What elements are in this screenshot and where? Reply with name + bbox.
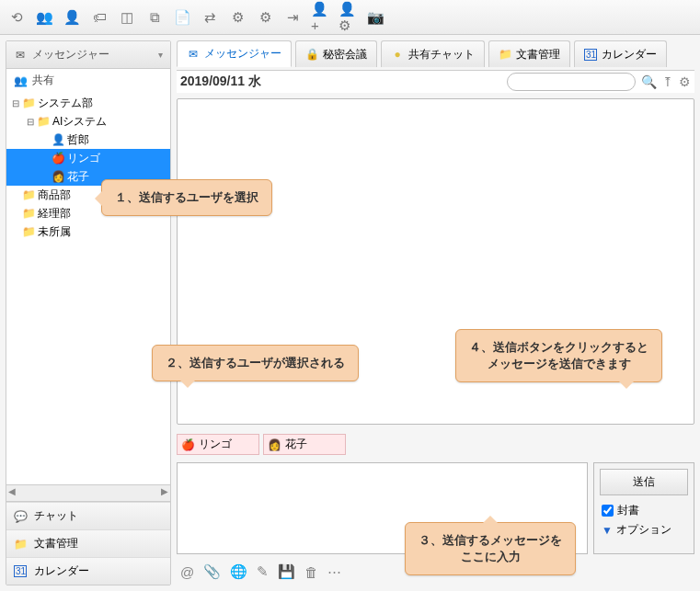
share-label: 共有 (32, 73, 54, 88)
attach-icon[interactable]: 📎 (203, 563, 221, 580)
gear-icon[interactable]: ⚙ (228, 8, 247, 27)
lock-icon: 🔒 (305, 48, 318, 61)
search-input[interactable] (507, 73, 636, 91)
main-tabs: ✉メッセンジャー 🔒秘密会議 ●共有チャット 📁文書管理 31カレンダー (177, 40, 694, 67)
share-header[interactable]: 👥 共有 (6, 69, 170, 92)
chat-icon: 💬 (14, 510, 27, 523)
edit-icon[interactable]: ✎ (257, 563, 269, 580)
send-panel: 送信 封書 ▼ オプション (593, 462, 694, 554)
sealed-checkbox[interactable]: 封書 (594, 501, 694, 520)
add-user-icon[interactable]: 👤 (63, 8, 81, 27)
recipient-bar: 🍎リンゴ👩花子 (177, 434, 694, 455)
tree-item[interactable]: ⊟📁システム部 (6, 94, 170, 112)
mail-icon: ✉ (14, 49, 27, 62)
sync-icon[interactable]: ⇄ (201, 8, 219, 27)
more-icon[interactable]: ⋯ (327, 563, 341, 580)
chat-icon: ● (391, 48, 404, 61)
note-icon[interactable]: 📄 (173, 8, 191, 27)
options-toggle[interactable]: ▼ オプション (594, 520, 694, 540)
calendar-icon: 31 (14, 565, 27, 577)
gear2-icon[interactable]: ⚙ (256, 8, 274, 27)
search-icon[interactable]: 🔍 (641, 74, 657, 89)
tree-item[interactable]: 🍎リンゴ (6, 149, 170, 167)
tab-shared[interactable]: ●共有チャット (381, 40, 485, 67)
folder-icon: 📁 (499, 48, 511, 61)
mention-icon[interactable]: @ (180, 564, 194, 580)
callout-4: ４、送信ボタンをクリックすると メッセージを送信できます (455, 329, 662, 382)
callout-1: １、送信するユーザを選択 (101, 179, 272, 216)
camera-icon[interactable]: 📷 (366, 8, 384, 27)
trash-icon[interactable]: 🗑 (304, 564, 318, 580)
app-toolbar: ⟲ 👥 👤 🏷 ◫ ⧉ 📄 ⇄ ⚙ ⚙ ⇥ 👤+ 👤⚙ 📷 (0, 0, 700, 35)
save-icon[interactable]: 💾 (278, 563, 295, 580)
refresh-icon[interactable]: ⟲ (7, 8, 26, 27)
recipient-chip[interactable]: 🍎リンゴ (177, 434, 259, 455)
nav-calendar[interactable]: 31カレンダー (6, 557, 170, 585)
content-area: ✉メッセンジャー 🔒秘密会議 ●共有チャット 📁文書管理 31カレンダー 201… (171, 35, 700, 591)
up-icon[interactable]: ⤒ (662, 74, 673, 89)
group-icon[interactable]: 👥 (35, 8, 53, 27)
sidebar-header[interactable]: ✉ メッセンジャー ▾ (6, 41, 170, 69)
import-icon[interactable]: ⇥ (283, 8, 302, 27)
date-bar: 2019/09/11 水 🔍 ⤒ ⚙ (177, 70, 694, 93)
tab-secret[interactable]: 🔒秘密会議 (295, 40, 377, 67)
sidebar: ✉ メッセンジャー ▾ 👥 共有 ⊟📁システム部⊟📁AIシステム👤哲郎🍎リンゴ👩… (6, 40, 171, 585)
folder-icon: 📁 (14, 538, 27, 551)
calendar-icon: 31 (584, 49, 597, 61)
sidebar-title: メッセンジャー (32, 47, 109, 63)
mail-icon: ✉ (187, 48, 200, 61)
tree-item[interactable]: 👤哲郎 (6, 131, 170, 149)
people-icon: 👥 (14, 74, 27, 87)
user-gear-icon[interactable]: 👤⚙ (339, 8, 357, 27)
crop-icon[interactable]: ◫ (118, 8, 136, 27)
chevron-down-icon[interactable]: ▾ (158, 50, 163, 60)
select-icon[interactable]: ⧉ (145, 8, 164, 27)
tree-scrollbar[interactable] (6, 484, 170, 501)
tree-item[interactable]: 📁未所属 (6, 222, 170, 241)
callout-3: ３、送信するメッセージを ここに入力 (405, 522, 576, 575)
recipient-chip[interactable]: 👩花子 (263, 434, 346, 455)
tab-docs[interactable]: 📁文書管理 (488, 40, 570, 67)
triangle-down-icon: ▼ (602, 524, 613, 537)
tab-calendar[interactable]: 31カレンダー (574, 40, 667, 67)
tag-icon[interactable]: 🏷 (90, 8, 109, 27)
tab-messenger[interactable]: ✉メッセンジャー (177, 40, 292, 67)
gear-icon[interactable]: ⚙ (679, 74, 691, 89)
tree-item[interactable]: ⊟📁AIシステム (6, 112, 170, 131)
nav-docs[interactable]: 📁文書管理 (6, 529, 170, 557)
callout-2: ２、送信するユーザが選択される (152, 345, 359, 381)
globe-icon[interactable]: 🌐 (230, 563, 247, 580)
user-tree[interactable]: ⊟📁システム部⊟📁AIシステム👤哲郎🍎リンゴ👩花子📁商品部📁経理部📁未所属 (6, 92, 170, 484)
nav-chat[interactable]: 💬チャット (6, 502, 170, 529)
send-button[interactable]: 送信 (600, 469, 688, 495)
user-add-icon[interactable]: 👤+ (311, 8, 329, 27)
current-date: 2019/09/11 水 (180, 74, 261, 90)
